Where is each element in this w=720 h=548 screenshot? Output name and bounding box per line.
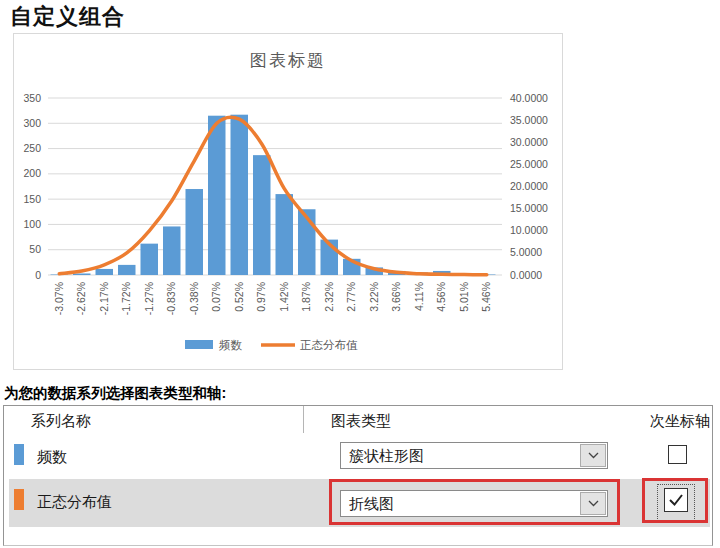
svg-text:250: 250 bbox=[23, 142, 41, 154]
svg-text:5.0000: 5.0000 bbox=[510, 246, 542, 258]
page-title: 自定义组合 bbox=[10, 2, 125, 32]
chart-preview: 0501001502002503003500.00005.000010.0000… bbox=[13, 33, 563, 370]
svg-text:150: 150 bbox=[23, 193, 41, 205]
svg-text:-1.27%: -1.27% bbox=[143, 282, 155, 315]
series-swatch-frequency bbox=[14, 444, 24, 465]
svg-text:-0.38%: -0.38% bbox=[188, 282, 200, 315]
svg-text:2.77%: 2.77% bbox=[345, 282, 357, 312]
column-header-secondary-axis: 次坐标轴 bbox=[648, 412, 710, 431]
svg-text:3.66%: 3.66% bbox=[390, 282, 402, 312]
red-highlight-secondary-axis bbox=[642, 478, 708, 523]
series-type-table: 系列名称 图表类型 次坐标轴 频数 簇状柱形图 正态分布值 折线图 bbox=[3, 405, 713, 546]
chart-title: 图表标题 bbox=[14, 49, 562, 72]
secondary-axis-checkbox-frequency[interactable] bbox=[668, 445, 687, 464]
column-header-chart-type: 图表类型 bbox=[331, 412, 391, 431]
section-label: 为您的数据系列选择图表类型和轴: bbox=[4, 384, 226, 403]
svg-text:15.0000: 15.0000 bbox=[510, 202, 548, 214]
chevron-down-icon bbox=[588, 452, 599, 459]
series-name-frequency[interactable]: 频数 bbox=[37, 448, 67, 467]
svg-text:5.46%: 5.46% bbox=[480, 282, 492, 312]
column-header-series-name: 系列名称 bbox=[31, 412, 91, 431]
chart-type-value-frequency: 簇状柱形图 bbox=[349, 447, 424, 466]
dropdown-button[interactable] bbox=[580, 444, 606, 467]
svg-text:-2.62%: -2.62% bbox=[75, 282, 87, 315]
svg-text:35.0000: 35.0000 bbox=[510, 114, 548, 126]
svg-text:30.0000: 30.0000 bbox=[510, 136, 548, 148]
svg-text:1.87%: 1.87% bbox=[300, 282, 312, 312]
combo-chart-svg: 0501001502002503003500.00005.000010.0000… bbox=[14, 34, 562, 369]
series-swatch-normal bbox=[14, 489, 24, 510]
svg-text:300: 300 bbox=[23, 117, 41, 129]
svg-text:25.0000: 25.0000 bbox=[510, 158, 548, 170]
svg-text:频数: 频数 bbox=[219, 339, 243, 351]
svg-text:20.0000: 20.0000 bbox=[510, 180, 548, 192]
svg-text:50: 50 bbox=[29, 243, 41, 255]
svg-text:-1.72%: -1.72% bbox=[120, 282, 132, 315]
svg-text:200: 200 bbox=[23, 167, 41, 179]
svg-text:正态分布值: 正态分布值 bbox=[300, 339, 358, 351]
svg-text:2.32%: 2.32% bbox=[323, 282, 335, 312]
series-name-normal[interactable]: 正态分布值 bbox=[37, 493, 112, 512]
svg-text:0.97%: 0.97% bbox=[255, 282, 267, 312]
column-divider bbox=[303, 406, 304, 433]
red-highlight-chart-type bbox=[329, 479, 620, 525]
svg-text:4.56%: 4.56% bbox=[435, 282, 447, 312]
svg-text:0: 0 bbox=[35, 269, 41, 281]
svg-text:3.22%: 3.22% bbox=[368, 282, 380, 312]
svg-text:1.42%: 1.42% bbox=[278, 282, 290, 312]
svg-text:0.52%: 0.52% bbox=[233, 282, 245, 312]
svg-text:4.11%: 4.11% bbox=[413, 282, 425, 311]
svg-text:40.0000: 40.0000 bbox=[510, 92, 548, 104]
chart-type-dropdown-frequency[interactable]: 簇状柱形图 bbox=[340, 442, 608, 469]
svg-text:100: 100 bbox=[23, 218, 41, 230]
svg-text:0.07%: 0.07% bbox=[210, 282, 222, 312]
svg-text:-0.83%: -0.83% bbox=[165, 282, 177, 315]
svg-text:10.0000: 10.0000 bbox=[510, 224, 548, 236]
svg-text:5.01%: 5.01% bbox=[458, 282, 470, 312]
svg-text:-3.07%: -3.07% bbox=[53, 282, 65, 315]
svg-text:0.0000: 0.0000 bbox=[510, 269, 542, 281]
svg-text:350: 350 bbox=[23, 92, 41, 104]
svg-text:-2.17%: -2.17% bbox=[98, 282, 110, 315]
